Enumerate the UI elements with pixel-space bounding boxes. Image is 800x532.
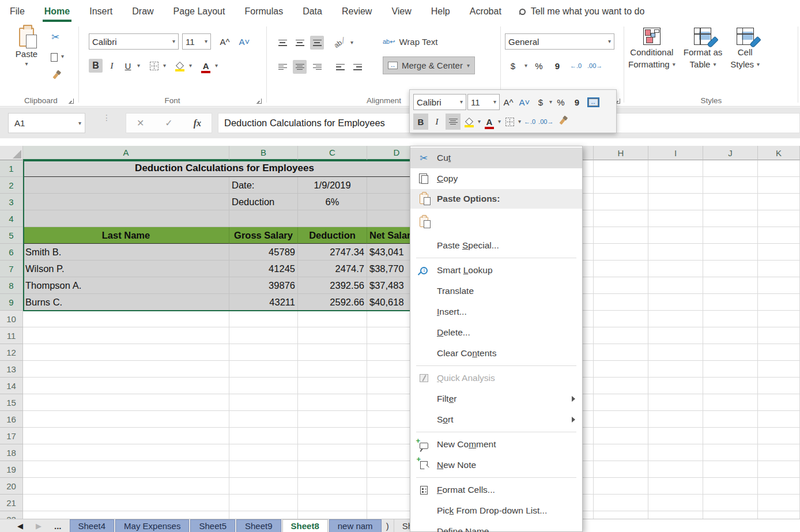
row-header-13[interactable]: 13 xyxy=(0,361,23,378)
namebox-splitter[interactable]: ⋮ xyxy=(103,115,106,120)
cell-A17[interactable] xyxy=(23,428,229,444)
cell-B14[interactable] xyxy=(229,378,298,394)
cell-K10[interactable] xyxy=(758,311,800,327)
cell-B16[interactable] xyxy=(229,411,298,428)
align-left-button[interactable] xyxy=(276,60,289,74)
font-color-dropdown-icon[interactable]: ▾ xyxy=(215,63,218,69)
row-header-14[interactable]: 14 xyxy=(0,378,23,394)
cell-J8[interactable] xyxy=(703,277,758,294)
fill-color-dropdown-icon[interactable]: ▾ xyxy=(189,63,192,69)
mini-borders-dropdown-icon[interactable]: ▾ xyxy=(518,119,521,124)
cell-K8[interactable] xyxy=(758,277,800,294)
sheet-tab-partial[interactable]: ) xyxy=(383,519,393,532)
cell-K3[interactable] xyxy=(758,194,800,210)
font-color-button[interactable]: A xyxy=(199,59,213,73)
row-header-20[interactable]: 20 xyxy=(0,478,23,495)
underline-dropdown-icon[interactable]: ▾ xyxy=(137,63,140,69)
mini-accounting-button[interactable]: $ xyxy=(533,94,548,110)
cell-B11[interactable] xyxy=(229,327,298,344)
cell-H1[interactable] xyxy=(594,160,648,177)
sheet-tab-sheet4[interactable]: Sheet4 xyxy=(70,519,115,532)
paste-dropdown-icon[interactable]: ▾ xyxy=(25,61,28,67)
cell-A20[interactable] xyxy=(23,478,229,495)
comma-style-button[interactable]: 9 xyxy=(550,59,564,73)
row-header-10[interactable]: 10 xyxy=(0,311,23,327)
row-header-19[interactable]: 19 xyxy=(0,461,23,478)
menu-item-paste-special[interactable]: Paste Special... xyxy=(410,235,582,256)
cell-C14[interactable] xyxy=(298,378,367,394)
row-header-16[interactable]: 16 xyxy=(0,411,23,428)
cell-A15[interactable] xyxy=(23,394,229,411)
copy-dropdown-icon[interactable]: ▾ xyxy=(61,54,64,59)
cell-styles-button[interactable]: CellStyles▾ xyxy=(730,28,760,69)
font-dialog-launcher-icon[interactable] xyxy=(256,99,262,104)
row-header-11[interactable]: 11 xyxy=(0,327,23,344)
enter-icon[interactable]: ✓ xyxy=(165,118,172,129)
cell-H5[interactable] xyxy=(594,227,648,244)
cell-C10[interactable] xyxy=(298,311,367,327)
name-box-dropdown-icon[interactable]: ▾ xyxy=(78,120,85,126)
middle-align-button[interactable] xyxy=(293,36,307,50)
percent-style-button[interactable]: % xyxy=(532,59,546,73)
cell-C15[interactable] xyxy=(298,394,367,411)
mini-font-color-button[interactable]: A xyxy=(482,114,497,130)
cell-K1[interactable] xyxy=(758,160,800,177)
align-center-button[interactable] xyxy=(293,60,307,74)
align-right-button[interactable] xyxy=(310,60,324,74)
menu-item-smart-lookup[interactable]: Smart Lookup xyxy=(410,260,582,281)
cell-B15[interactable] xyxy=(229,394,298,411)
cell-C7[interactable]: 2474.7 xyxy=(298,261,367,277)
cell-B5[interactable]: Gross Salary xyxy=(229,227,298,244)
increase-font-button[interactable]: A^ xyxy=(218,35,232,48)
row-header-6[interactable]: 6 xyxy=(0,244,23,261)
cell-K5[interactable] xyxy=(758,227,800,244)
cell-H10[interactable] xyxy=(594,311,648,327)
menu-item-translate[interactable]: Translate xyxy=(410,281,582,301)
mini-increase-font-button[interactable]: A^ xyxy=(501,94,516,110)
row-header-21[interactable]: 21 xyxy=(0,495,23,511)
cell-B17[interactable] xyxy=(229,428,298,444)
ribbon-tab-draw[interactable]: Draw xyxy=(122,0,163,23)
cell-K18[interactable] xyxy=(758,444,800,461)
column-header-H[interactable]: H xyxy=(594,146,648,160)
spreadsheet-grid[interactable]: ABCDEFGHIJK 1Deduction Calculations for … xyxy=(0,146,800,519)
cell-A11[interactable] xyxy=(23,327,229,344)
cell-A2[interactable] xyxy=(23,177,229,194)
cell-C19[interactable] xyxy=(298,461,367,478)
row-header-4[interactable]: 4 xyxy=(0,210,23,227)
row-header-12[interactable]: 12 xyxy=(0,344,23,361)
sheet-nav-right-icon[interactable]: ▶ xyxy=(36,522,41,530)
cell-A21[interactable] xyxy=(23,495,229,511)
cancel-icon[interactable]: ✕ xyxy=(137,118,144,129)
cell-K4[interactable] xyxy=(758,210,800,227)
cell-B3[interactable]: Deduction xyxy=(229,194,298,210)
cell-H13[interactable] xyxy=(594,361,648,378)
cell-I15[interactable] xyxy=(648,394,703,411)
mini-percent-button[interactable]: % xyxy=(553,94,568,110)
cell-H19[interactable] xyxy=(594,461,648,478)
cell-B6[interactable]: 45789 xyxy=(229,244,298,261)
menu-item-format-cells[interactable]: Format Cells... xyxy=(410,480,582,500)
cell-J16[interactable] xyxy=(703,411,758,428)
cell-J1[interactable] xyxy=(703,160,758,177)
cell-A12[interactable] xyxy=(23,344,229,361)
menu-item-new-comment[interactable]: New Comment xyxy=(410,434,582,455)
decrease-indent-button[interactable] xyxy=(333,60,347,74)
cell-J6[interactable] xyxy=(703,244,758,261)
cell-B9[interactable]: 43211 xyxy=(229,294,298,311)
insert-function-icon[interactable]: fx xyxy=(194,118,201,129)
row-header-5[interactable]: 5 xyxy=(0,227,23,244)
borders-button[interactable] xyxy=(147,59,161,73)
cell-C6[interactable]: 2747.34 xyxy=(298,244,367,261)
cell-I4[interactable] xyxy=(648,210,703,227)
menu-item-delete[interactable]: Delete... xyxy=(410,322,582,343)
cell-C11[interactable] xyxy=(298,327,367,344)
merge-center-dropdown-icon[interactable]: ▾ xyxy=(467,63,470,69)
cell-A9[interactable]: Burns C. xyxy=(23,294,229,311)
cell-A8[interactable]: Thompson A. xyxy=(23,277,229,294)
cell-A10[interactable] xyxy=(23,311,229,327)
mini-italic-button[interactable]: I xyxy=(429,114,444,130)
cell-H15[interactable] xyxy=(594,394,648,411)
cell-K13[interactable] xyxy=(758,361,800,378)
cell-I16[interactable] xyxy=(648,411,703,428)
